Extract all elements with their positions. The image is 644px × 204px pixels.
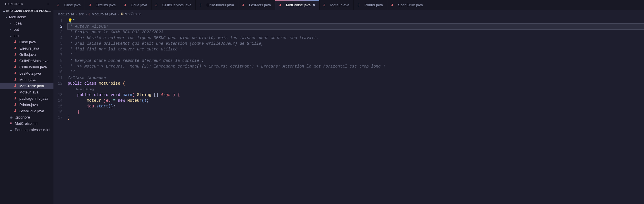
java-icon: J: [14, 52, 19, 56]
java-icon: J: [14, 96, 19, 100]
java-icon: J: [14, 59, 19, 63]
code-line[interactable]: }: [68, 109, 644, 115]
breadcrumb[interactable]: MotCroise › src › JMotCroise.java › ⧉Mot…: [53, 10, 644, 18]
chevron-right-icon: ›: [76, 12, 77, 16]
code-line[interactable]: 💡*: [68, 18, 644, 24]
chevron-down-icon: ⌄: [5, 15, 9, 19]
xml-icon: ≡: [10, 121, 15, 125]
code-line[interactable]: * >> Moteur > Erreurs: Menu (2): lanceme…: [68, 64, 644, 69]
tree-folder-out[interactable]: › out: [0, 26, 53, 32]
tree-file-iml[interactable]: ≡ MotCroise.iml: [0, 120, 53, 127]
tab[interactable]: JGrille.java: [120, 0, 152, 10]
explorer-sidebar: EXPLORER ⋯ ⌄ (NFA032)A ENVOYER PROG… ⌄ M…: [0, 0, 53, 204]
tree-file[interactable]: JErreurs.java: [0, 45, 53, 51]
tree-file[interactable]: JGrilleDeMots.java: [0, 58, 53, 64]
chevron-right-icon: ›: [10, 22, 14, 25]
tab[interactable]: JPrinter.java: [354, 0, 387, 10]
java-icon: J: [391, 3, 396, 7]
tab-bar: JCase.javaJErreurs.javaJGrille.javaJGril…: [53, 0, 644, 10]
breadcrumb-item[interactable]: src: [79, 12, 84, 16]
tree-folder-idea[interactable]: › .idea: [0, 20, 53, 26]
code-line[interactable]: */: [68, 69, 644, 75]
code-line[interactable]: jeu.start();: [68, 103, 644, 109]
tree-file-txt[interactable]: ≡ Pour le professeur.txt: [0, 127, 53, 133]
lightbulb-icon[interactable]: 💡*: [68, 19, 75, 23]
tree-file[interactable]: JCase.java: [0, 39, 53, 45]
code-line[interactable]: public static void main( String [] Args …: [68, 92, 644, 98]
code-line[interactable]: * J'ai laissé GrilleDeMot qui était une …: [68, 41, 644, 46]
tree-file[interactable]: JLesMots.java: [0, 70, 53, 76]
java-icon: J: [14, 103, 19, 107]
tree-file[interactable]: JPrinter.java: [0, 101, 53, 108]
file-tree: ⌄ MotCroise › .idea › out ⌄ src JCase.ja…: [0, 14, 53, 204]
code-line[interactable]: //Class lanceuse: [68, 75, 644, 81]
tab[interactable]: JErreurs.java: [85, 0, 120, 10]
java-icon: J: [200, 3, 205, 7]
tree-file[interactable]: JGrilleJoueur.java: [0, 64, 53, 70]
tab[interactable]: JCase.java: [53, 0, 85, 10]
java-icon: J: [14, 84, 19, 88]
text-icon: ≡: [10, 128, 15, 132]
code-area[interactable]: 💡* * Auteur WiLDCaT * Projet pour le CNA…: [68, 18, 644, 204]
chevron-right-icon: ›: [118, 12, 119, 16]
tree-file[interactable]: JMotCroise.java: [0, 83, 53, 89]
code-line[interactable]: }: [68, 115, 644, 121]
more-icon[interactable]: ⋯: [47, 2, 51, 6]
code-line[interactable]: * j'ai fini par lui trouver une autre ut…: [68, 46, 644, 52]
class-icon: ⧉: [121, 12, 123, 16]
code-line[interactable]: * Exemple d'une bonne remonté d'erreur d…: [68, 58, 644, 64]
java-icon: J: [14, 90, 19, 94]
java-icon: J: [124, 3, 129, 7]
project-folder[interactable]: ⌄ (NFA032)A ENVOYER PROG…: [0, 8, 53, 14]
java-icon: J: [88, 12, 90, 16]
java-icon: J: [14, 46, 19, 50]
line-gutter: 123456789101112 1314151617: [53, 18, 68, 204]
tree-file[interactable]: Jpackage-info.java: [0, 95, 53, 101]
tree-folder-src[interactable]: ⌄ src: [0, 32, 53, 39]
breadcrumb-item[interactable]: ⧉MotCroise: [121, 12, 141, 16]
explorer-title: EXPLORER: [5, 2, 23, 6]
editor[interactable]: 123456789101112 1314151617 💡* * Auteur W…: [53, 18, 644, 204]
java-icon: J: [242, 3, 247, 7]
java-icon: J: [14, 109, 19, 113]
java-icon: J: [14, 71, 19, 75]
code-line[interactable]: * J'ai hésité à enlever les lignes DEBUG…: [68, 35, 644, 41]
tree-file[interactable]: JGrille.java: [0, 51, 53, 58]
code-line[interactable]: Moteur jeu = new Moteur();: [68, 98, 644, 103]
code-line[interactable]: public class MotCroise {: [68, 81, 644, 86]
code-line[interactable]: * Auteur WiLDCaT: [68, 24, 644, 29]
codelens[interactable]: Run | Debug: [68, 86, 644, 92]
close-icon[interactable]: ×: [313, 3, 315, 7]
java-icon: J: [358, 3, 363, 7]
main-panel: JCase.javaJErreurs.javaJGrille.javaJGril…: [53, 0, 644, 204]
java-icon: J: [14, 40, 19, 44]
java-icon: J: [14, 77, 19, 81]
java-icon: J: [279, 3, 284, 7]
tab[interactable]: JGrilleJoueur.java: [196, 0, 238, 10]
tree-folder-root[interactable]: ⌄ MotCroise: [0, 14, 53, 20]
breadcrumb-item[interactable]: MotCroise: [57, 12, 74, 16]
project-name: (NFA032)A ENVOYER PROG…: [6, 9, 51, 13]
tree-file[interactable]: JMenu.java: [0, 76, 53, 83]
tab[interactable]: JScanGrille.java: [387, 0, 427, 10]
tree-file-gitignore[interactable]: ◈ .gitignore: [0, 114, 53, 120]
chevron-right-icon: ›: [86, 12, 87, 16]
tab[interactable]: JMoteur.java: [320, 0, 354, 10]
tree-file[interactable]: JScanGrille.java: [0, 108, 53, 114]
code-line[interactable]: *: [68, 52, 644, 58]
java-icon: J: [57, 3, 63, 7]
explorer-header: EXPLORER ⋯: [0, 0, 53, 8]
tab[interactable]: JGrilleDeMots.java: [152, 0, 196, 10]
tab[interactable]: JLesMots.java: [238, 0, 275, 10]
chevron-down-icon: ⌄: [2, 9, 6, 13]
java-icon: J: [89, 3, 94, 7]
java-icon: J: [14, 65, 19, 69]
breadcrumb-item[interactable]: JMotCroise.java: [88, 12, 116, 16]
tab[interactable]: JMotCroise.java×: [275, 0, 320, 10]
java-icon: J: [324, 3, 329, 7]
chevron-right-icon: ›: [10, 28, 14, 31]
code-line[interactable]: * Projet pour le CNAM NFA 032 2022/2023: [68, 29, 644, 35]
tree-file[interactable]: JMoteur.java: [0, 89, 53, 95]
java-icon: J: [156, 3, 161, 7]
chevron-down-icon: ⌄: [10, 34, 14, 37]
